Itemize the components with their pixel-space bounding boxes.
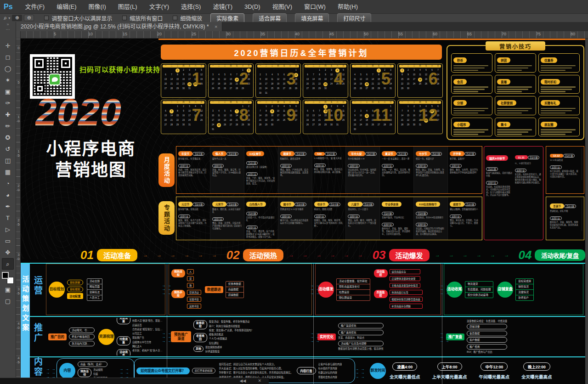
brush-tool[interactable]: ✏ — [2, 120, 14, 132]
panel-dock-edge[interactable] — [585, 39, 588, 384]
calendar-month-number: 10 — [324, 107, 343, 124]
hand-tool[interactable]: ✥ — [2, 247, 14, 258]
foreground-color-swatch[interactable] — [2, 272, 9, 279]
option-button[interactable]: 填充屏幕 — [295, 13, 329, 23]
flow-items: 活动曝光、引流拉新老客户精准唤回激活站内沉默用户 — [69, 328, 95, 346]
quick-mask-button[interactable]: ▣ — [2, 284, 14, 295]
weekday-label: 三 — [269, 101, 275, 104]
checkbox-label: 细微缩放 — [180, 14, 202, 22]
activity-title: 踏青节 — [280, 151, 294, 156]
tab-close-icon[interactable]: × — [215, 24, 217, 29]
tip-text-line — [497, 113, 522, 114]
phase-number: 01 — [80, 248, 94, 262]
date-cell: 26 — [275, 86, 281, 91]
date-cell: 14 — [169, 77, 175, 82]
flow-group-items: 朋友圈预热晒单好评返现裂变 — [205, 346, 222, 353]
flow-group-item: 货 — [187, 276, 194, 281]
toolbar-header[interactable]: »⋯ — [0, 22, 16, 39]
special-card: 白色情人节活动主题白色情人节，不可错过的浪漫回礼适用行业美妆、个护、食品等，如个… — [244, 197, 278, 240]
overlay-bar[interactable]: ◀◀✕ — [0, 378, 269, 384]
date-cell: 14 — [311, 77, 317, 82]
date-cell: 16 — [181, 77, 187, 82]
special-card: 图书节活动主题世界读书日“4.23”好书推荐适用行业图书行业，可以把这天打造成类… — [278, 197, 312, 240]
path-select-tool[interactable]: ▷ — [2, 224, 14, 235]
menu-item[interactable]: 视图(V) — [266, 0, 298, 14]
date-cell: 1 — [175, 68, 180, 73]
zoom-tool-preset[interactable]: ⌕ ▾ — [4, 14, 10, 22]
tip-label: 集卡 — [497, 122, 510, 127]
gradient-tool[interactable]: ▦ — [2, 166, 14, 178]
option-button[interactable]: 适合屏幕 — [253, 13, 287, 23]
menu-item[interactable]: 窗口(W) — [298, 0, 332, 14]
option-checkbox[interactable]: 调整窗口大小以满屏显示 — [44, 14, 112, 22]
menu-item[interactable]: 帮助(H) — [332, 0, 364, 14]
empty-date — [216, 68, 222, 73]
lasso-tool[interactable]: ◯ — [2, 63, 14, 74]
color-swatches[interactable] — [2, 272, 14, 284]
phase-badge: 活动预热 — [243, 249, 283, 261]
weekday-label: 三 — [317, 65, 322, 68]
menu-item[interactable]: 编辑(E) — [51, 0, 82, 14]
zoom-out-button[interactable]: ⊖ — [24, 15, 34, 21]
ruler-number: 15 — [123, 32, 127, 36]
menu-item[interactable]: 图层(L) — [112, 0, 143, 14]
date-cell: 18 — [269, 82, 275, 86]
special-card: 元旦节活动主题新年新气象，全新启航适用行业服饰、家居、电子产品等，跨年迎新用户可… — [176, 197, 210, 240]
weekday-label: 一 — [399, 101, 405, 104]
flow-group-item: 朋友圈预热晒单 — [205, 346, 222, 349]
flow-cluster: 目标规划目标拆解目标规划活动配置 — [49, 280, 83, 299]
rewind-icon[interactable]: ◀◀ — [240, 379, 246, 383]
document-canvas[interactable]: 扫码可以获得小程序扶持 2020 小程序电商 营销地图 2020营销日历&全年营… — [21, 39, 588, 384]
magic-wand-tool[interactable]: ✶ — [2, 74, 14, 86]
flow-items: 新客获取裂变活动：裂变传播，老带新传播活动转介：利用分销品类持续裂变投放：朋友圈… — [193, 320, 253, 353]
document-tab[interactable]: 2020小程序电商营销地图.jpg @ 12.5% (扫码可以获得小程序扶持, … — [16, 22, 222, 31]
pen-tool[interactable]: ✒ — [2, 201, 14, 212]
menu-item[interactable]: 滤镜(T) — [207, 0, 238, 14]
zoom-in-button[interactable]: ⊕ — [12, 15, 22, 21]
zoom-tool[interactable]: ⌕ — [2, 258, 14, 270]
close-icon[interactable]: ✕ — [258, 379, 261, 383]
screen-mode-button[interactable]: ▢ — [2, 295, 14, 307]
time-pill: 凌晨4:00 — [392, 362, 417, 371]
date-cell: 25 — [364, 123, 370, 127]
date-cell: 13 — [305, 77, 311, 82]
calendar-weekday-row: 一二三四五六日 — [210, 65, 252, 68]
date-cell: 3 — [358, 109, 364, 113]
move-tool[interactable]: ✛ — [2, 40, 14, 51]
date-cell: 10 — [275, 109, 281, 113]
date-cell: 29 — [317, 86, 322, 91]
healing-brush-tool[interactable]: ✚ — [2, 109, 14, 120]
dodge-tool[interactable]: ◕ — [2, 189, 14, 201]
empty-date — [228, 104, 234, 109]
shape-tool[interactable]: ▭ — [2, 235, 14, 247]
option-button[interactable]: 实际像素 — [210, 13, 244, 23]
special-card: 儿童节活动主题普天同乐，六一儿童节适用行业食品、玩具、图书、母婴等，实际卖点可主… — [346, 197, 380, 240]
menu-item[interactable]: 文件(F) — [19, 0, 51, 14]
menu-item[interactable]: 3D(D) — [238, 0, 266, 14]
option-checkbox[interactable]: 缩放所有窗口 — [122, 14, 163, 22]
flow-cell: 推广复盘流量数据完成度：免费流量、付费流量店铺流量会员数据客户数据推广费用ROI… — [444, 318, 583, 356]
date-cell: 3 — [210, 109, 216, 113]
option-button[interactable]: 打印尺寸 — [337, 13, 371, 23]
menu-item[interactable]: 文字(Y) — [143, 0, 175, 14]
menu-item[interactable]: 选择(S) — [175, 0, 207, 14]
type-tool[interactable]: T — [2, 212, 14, 224]
calendar-month: 一二三四五六日123456789101112131415161718192021… — [161, 63, 206, 98]
calendar-month-number: 8 — [239, 107, 249, 124]
option-checkbox[interactable]: 细微缩放 — [173, 14, 202, 22]
date-cell: 19 — [222, 118, 228, 123]
eyedropper-tool[interactable]: ✑ — [2, 97, 14, 109]
tip-text-line — [497, 134, 522, 135]
blur-tool[interactable]: ◔ — [2, 178, 14, 189]
eraser-tool[interactable]: ◫ — [2, 155, 14, 166]
theme-tag: 活动主题 — [246, 161, 258, 165]
empty-date — [311, 68, 317, 73]
clone-stamp-tool[interactable]: ✪ — [2, 132, 14, 143]
industry-text: 食品、鲜花礼包、定制类，互动话题可以设口红、牛奶卡、感恩卡。 — [450, 219, 480, 227]
tip-text-line — [497, 70, 522, 71]
menu-item[interactable]: 图像(I) — [83, 0, 112, 14]
crop-tool[interactable]: ▣ — [2, 86, 14, 97]
history-brush-tool[interactable]: ↺ — [2, 143, 14, 155]
phase-badge: 活动收尾/复盘 — [535, 249, 585, 261]
marquee-tool[interactable]: ◻ — [2, 51, 14, 63]
